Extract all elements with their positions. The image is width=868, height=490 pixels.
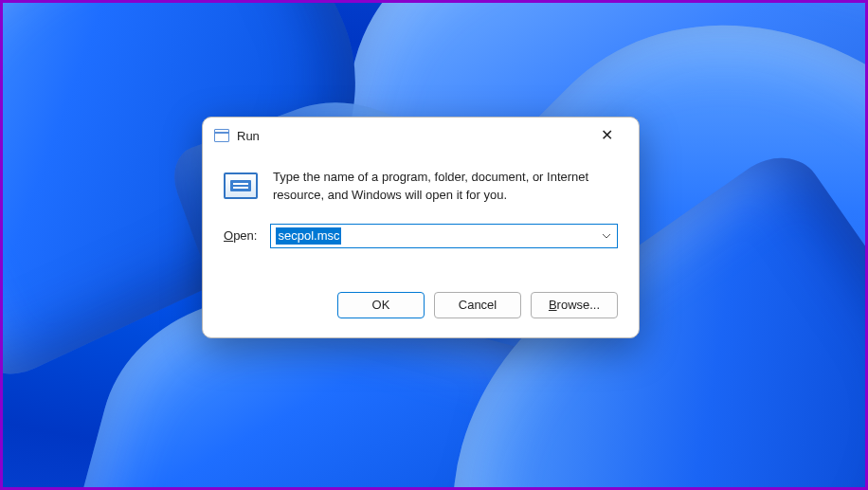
combobox-dropdown-button[interactable] [596, 225, 617, 247]
close-button[interactable]: ✕ [586, 121, 627, 150]
open-input[interactable] [271, 225, 596, 247]
open-label: Open: [224, 228, 257, 243]
run-titlebar-icon [214, 129, 229, 142]
titlebar[interactable]: Run ✕ [203, 118, 639, 154]
run-dialog: Run ✕ Type the name of a program, folder… [202, 117, 640, 338]
open-combobox[interactable]: secpol.msc [270, 224, 618, 248]
cancel-button[interactable]: Cancel [434, 292, 521, 318]
dialog-description: Type the name of a program, folder, docu… [273, 169, 618, 205]
ok-button[interactable]: OK [337, 292, 425, 318]
close-icon: ✕ [601, 128, 613, 143]
dialog-title: Run [237, 129, 586, 143]
chevron-down-icon [602, 231, 611, 241]
browse-button[interactable]: Browse... [531, 292, 618, 318]
run-program-icon [224, 172, 258, 199]
button-row: OK Cancel Browse... [203, 277, 639, 337]
